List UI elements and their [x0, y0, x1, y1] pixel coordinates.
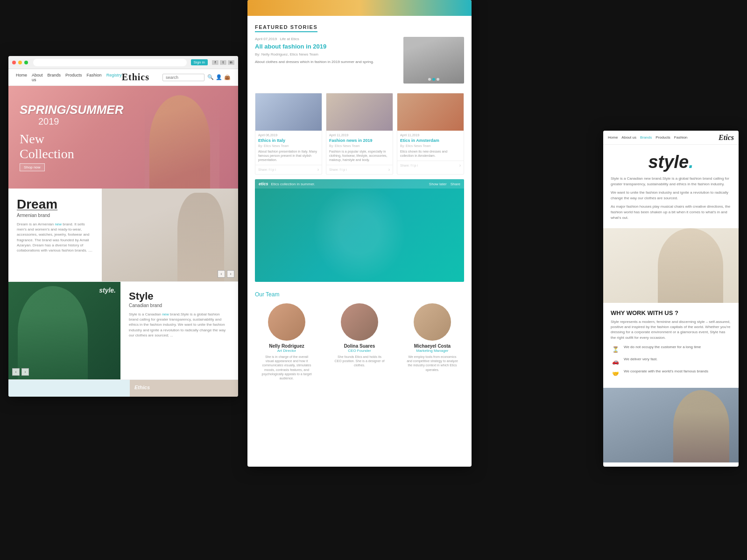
- bag-icon[interactable]: 👜: [224, 74, 231, 80]
- italy-arrow[interactable]: ›: [317, 167, 319, 172]
- fashion-title[interactable]: Fashion news in 2019: [329, 138, 390, 143]
- social-icon-3[interactable]: in: [228, 60, 234, 65]
- prev-arrow[interactable]: ‹: [218, 270, 225, 278]
- amsterdam-title[interactable]: Etics in Amsterdam: [400, 138, 461, 143]
- fashion-desc: Fashion is a popular style, especially i…: [329, 149, 390, 162]
- amsterdam-share: Share: f t p i: [400, 164, 418, 167]
- dream-section: Dream Armenian brand Dream is an Armenia…: [8, 189, 238, 282]
- right-hero-image: [603, 228, 739, 303]
- close-dot[interactable]: [12, 61, 16, 64]
- dot-1[interactable]: [428, 78, 431, 81]
- amsterdam-arrow[interactable]: ›: [459, 163, 461, 168]
- story-title[interactable]: All about fashion in 2019: [255, 43, 398, 50]
- fashion-share: Share: f t p i: [329, 168, 347, 171]
- italy-desc: About fashion presentation in Italy. Man…: [258, 149, 319, 162]
- show-later-button[interactable]: Show later: [429, 182, 447, 186]
- dolina-avatar: [341, 303, 378, 341]
- social-icon-1[interactable]: f: [212, 60, 218, 65]
- right-nav-brands[interactable]: Brands: [640, 135, 652, 140]
- fashion-meta: April 11,2019: [329, 133, 390, 137]
- italy-title[interactable]: Ethics in Italy: [258, 138, 319, 143]
- style-prev-arrow[interactable]: ‹: [12, 368, 20, 376]
- shop-now-button[interactable]: Shop now: [20, 163, 45, 171]
- social-icon-2[interactable]: t: [220, 60, 226, 65]
- story-date: April 07,2019: [255, 37, 277, 41]
- nelly-desc: She is in charge of the overall visual a…: [261, 355, 312, 380]
- maximize-dot[interactable]: [24, 61, 28, 64]
- michaela-avatar: [414, 303, 451, 341]
- image-dots: [428, 78, 439, 81]
- why-item-3: 🤝 We cooperate with the world's most fam…: [611, 369, 731, 378]
- amsterdam-body: April 11,2019 Etics in Amsterdam By: Eti…: [397, 131, 464, 161]
- amsterdam-meta: April 11,2019: [400, 133, 461, 137]
- dot-2[interactable]: [432, 78, 435, 81]
- video-subtitle: Etics collection in summer.: [271, 182, 315, 186]
- sale-content: SALE 40% off: [8, 380, 130, 397]
- nav-fashion[interactable]: Fashion: [87, 73, 102, 82]
- nav-home[interactable]: Home: [16, 73, 27, 82]
- nav-about[interactable]: About us: [32, 73, 43, 82]
- nav-brands[interactable]: Brands: [48, 73, 61, 82]
- handshake-icon: 🤝: [611, 369, 620, 378]
- style-image: style. ‹ ›: [8, 282, 120, 379]
- sale-image: Ethics: [130, 380, 238, 397]
- left-browser-bar: Sign in f t in: [8, 56, 238, 69]
- sign-in-button[interactable]: Sign in: [191, 59, 208, 65]
- featured-image-box: [403, 37, 464, 84]
- right-nav-home[interactable]: Home: [608, 135, 618, 140]
- video-logo: etics: [259, 182, 268, 186]
- fashion-arrow[interactable]: ›: [388, 167, 390, 172]
- url-bar[interactable]: [33, 59, 187, 66]
- dream-image: ‹ ›: [102, 189, 238, 281]
- minimize-dot[interactable]: [18, 61, 22, 64]
- dot-3[interactable]: [437, 78, 439, 81]
- fashion-image: [326, 93, 393, 131]
- right-nav-products[interactable]: Products: [655, 135, 670, 140]
- style-content: Style Canadian brand Style is a Canadian…: [120, 282, 238, 379]
- video-model: [313, 184, 406, 282]
- hero-section: SPRING/SUMMER 2019 NewCollection Shop no…: [8, 86, 238, 189]
- amsterdam-desc: Etics shown its new dresses and collecti…: [400, 149, 461, 158]
- dream-subtitle: Armenian brand: [17, 213, 93, 218]
- michaela-role: Marketing Manager: [407, 349, 458, 353]
- style-next-arrow[interactable]: ›: [21, 368, 29, 376]
- next-arrow[interactable]: ›: [227, 270, 234, 278]
- video-actions: Show later Share: [429, 182, 460, 186]
- right-browser: Home About us Brands Products Fashion Et…: [603, 131, 739, 467]
- hourglass-icon: ⏳: [611, 345, 620, 354]
- model-shape: [149, 95, 210, 189]
- right-model-shape: [658, 228, 723, 303]
- search-icon[interactable]: 🔍: [207, 74, 214, 80]
- right-nav-fashion[interactable]: Fashion: [674, 135, 687, 140]
- amsterdam-author: By: Etics News Team: [400, 144, 461, 147]
- hero-season: SPRING/SUMMER: [20, 103, 123, 117]
- style-subtitle: Canadian brand: [129, 303, 230, 308]
- right-nav-about[interactable]: About us: [621, 135, 636, 140]
- italy-author: By: Etics News Team: [258, 144, 319, 147]
- delivery-icon: 🚗: [611, 357, 620, 366]
- style-image-label: style.: [99, 287, 116, 294]
- story-author: By: Nelly Rodriguez, Etics News Team: [255, 52, 398, 56]
- dream-content: Dream Armenian brand Dream is an Armenia…: [8, 189, 102, 281]
- right-brand-logo: Etics: [719, 133, 734, 142]
- news-card-amsterdam: April 11,2019 Etics in Amsterdam By: Eti…: [397, 93, 464, 175]
- nav-products[interactable]: Products: [65, 73, 82, 82]
- style-hero-word: style.: [611, 152, 731, 172]
- why-text-1: We do not occupy the customer for a long…: [624, 345, 701, 349]
- style-desc: Style is a Canadian new brand.Style is a…: [129, 312, 230, 338]
- right-nav: Home About us Brands Products Fashion Et…: [603, 131, 739, 145]
- left-browser: Sign in f t in Home About us Brands Prod…: [8, 56, 238, 397]
- dolina-name: Dolina Suares: [334, 343, 385, 349]
- featured-story-content: April 07,2019 Life at Etics All about fa…: [255, 37, 398, 84]
- news-card-fashion: April 11,2019 Fashion news in 2019 By: E…: [326, 93, 393, 175]
- share-button[interactable]: Share: [451, 182, 460, 186]
- dolina-desc: She founds Etics and holds its CEO posit…: [334, 355, 385, 367]
- nelly-name: Nelly Rodriguez: [261, 343, 312, 349]
- right-hero-desc2: We want to unite the fashion industry an…: [611, 190, 731, 201]
- user-icon[interactable]: 👤: [216, 74, 222, 80]
- hero-year: 2019: [38, 116, 123, 127]
- nav-registry[interactable]: Registry: [106, 73, 122, 82]
- search-input[interactable]: [162, 74, 204, 81]
- center-browser: FEATURED STORIES April 07,2019 Life at E…: [247, 0, 472, 467]
- italy-body: April 06,2019 Ethics in Italy By: Etics …: [255, 131, 322, 165]
